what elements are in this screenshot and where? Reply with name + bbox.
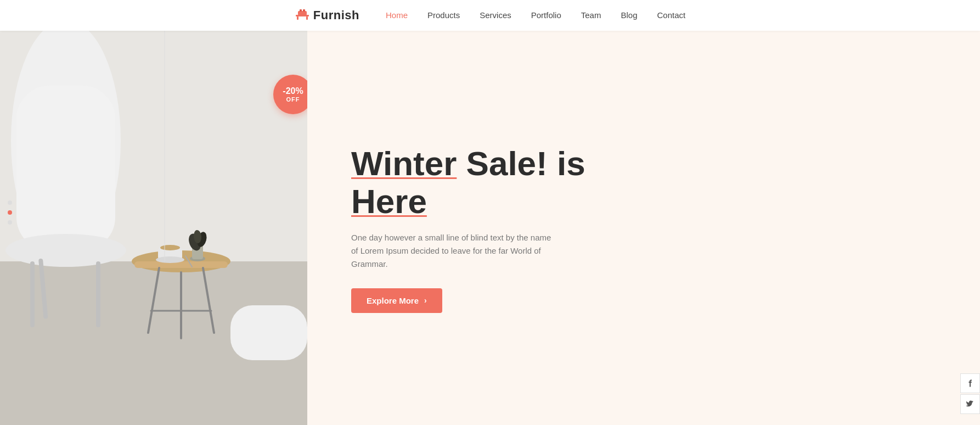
- svg-rect-2: [306, 16, 308, 20]
- svg-rect-3: [298, 11, 307, 15]
- heading-line1: Winter Sale! is: [351, 144, 585, 182]
- hero-text-block: Winter Sale! is Here One day however a s…: [351, 145, 585, 312]
- logo-icon: [295, 8, 310, 23]
- hero-section: -20% OFF Winter Sale! is Here One day ho…: [0, 0, 980, 425]
- discount-off: OFF: [286, 96, 300, 103]
- explore-label: Explore More: [367, 296, 419, 305]
- nav-team[interactable]: Team: [581, 10, 601, 20]
- svg-rect-17: [134, 261, 228, 268]
- svg-rect-32: [230, 305, 307, 360]
- svg-rect-13: [30, 261, 35, 327]
- dot-1[interactable]: [8, 200, 12, 205]
- nav-contact[interactable]: Contact: [657, 10, 685, 20]
- nav-home[interactable]: Home: [386, 10, 408, 20]
- slide-dots: [8, 200, 12, 225]
- nav-services[interactable]: Services: [480, 10, 511, 20]
- dot-2[interactable]: [8, 210, 12, 215]
- hero-subtext: One day however a small line of blind te…: [351, 231, 560, 271]
- logo[interactable]: Furnish: [295, 8, 359, 23]
- nav-products[interactable]: Products: [427, 10, 460, 20]
- heading-here: Here: [351, 182, 427, 220]
- discount-percent: -20%: [283, 86, 303, 96]
- nav-blog[interactable]: Blog: [621, 10, 637, 20]
- svg-rect-14: [96, 261, 100, 327]
- navbar: Furnish Home Products Services Portfolio…: [0, 0, 980, 31]
- svg-point-25: [156, 256, 184, 263]
- svg-rect-4: [300, 9, 302, 12]
- hero-heading: Winter Sale! is Here: [351, 145, 585, 220]
- heading-winter: Winter: [351, 144, 457, 182]
- logo-text: Furnish: [313, 8, 359, 23]
- chevron-right-icon: ›: [424, 296, 427, 305]
- facebook-icon[interactable]: [960, 373, 980, 393]
- discount-badge: -20% OFF: [273, 75, 307, 114]
- svg-rect-11: [16, 86, 115, 250]
- hero-image: -20% OFF: [0, 31, 307, 425]
- hero-content: Winter Sale! is Here One day however a s…: [307, 31, 980, 425]
- svg-point-12: [5, 234, 126, 267]
- nav-portfolio[interactable]: Portfolio: [531, 10, 561, 20]
- twitter-icon[interactable]: [960, 394, 980, 414]
- explore-more-button[interactable]: Explore More ›: [351, 288, 442, 313]
- social-icons: [960, 373, 980, 414]
- dot-3[interactable]: [8, 220, 12, 225]
- svg-point-24: [160, 245, 180, 250]
- nav-links: Home Products Services Portfolio Team Bl…: [386, 10, 685, 20]
- svg-rect-1: [297, 16, 298, 20]
- svg-rect-5: [303, 9, 305, 12]
